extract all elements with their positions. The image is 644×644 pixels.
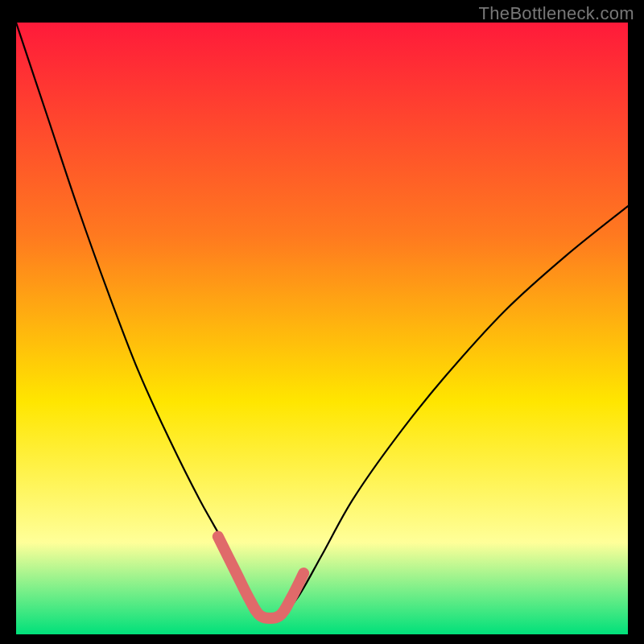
gradient-background — [16, 23, 628, 634]
chart-frame: { "watermark": "TheBottleneck.com", "col… — [0, 0, 644, 644]
bottleneck-chart — [0, 0, 644, 644]
watermark-text: TheBottleneck.com — [479, 3, 634, 24]
